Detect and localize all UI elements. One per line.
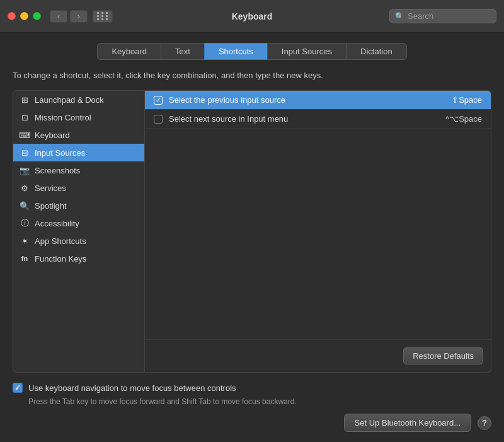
grid-icon [97,12,109,20]
sidebar-label-accessibility: Accessibility [35,219,79,228]
tabs: Keyboard Text Shortcuts Input Sources Di… [13,43,491,60]
main-content: Keyboard Text Shortcuts Input Sources Di… [0,33,504,442]
search-input[interactable] [408,11,491,21]
search-icon: 🔍 [395,12,404,21]
keyboard-nav-help: Press the Tab key to move focus forward … [28,397,491,407]
shortcut-key-next-input: ^⌥Space [445,114,482,124]
sidebar-item-launchpad[interactable]: ⊞ Launchpad & Dock [13,91,144,108]
forward-button[interactable]: › [70,10,88,23]
footer: Set Up Bluetooth Keyboard... ? [13,407,491,434]
description-text: To change a shortcut, select it, click t… [13,70,491,81]
shortcut-label-prev-input: Select the previous input source [169,95,452,105]
tab-shortcuts[interactable]: Shortcuts [204,43,267,60]
sidebar-label-function-keys: Function Keys [35,254,86,264]
tab-text[interactable]: Text [161,43,204,60]
keyboard-nav-checkbox[interactable] [13,383,23,393]
help-button[interactable]: ? [478,416,491,430]
sidebar-label-mission-control: Mission Control [35,113,91,122]
sidebar-label-launchpad: Launchpad & Dock [35,95,104,105]
sidebar-item-function-keys[interactable]: fn Function Keys [13,250,144,267]
close-button[interactable] [8,12,16,20]
sidebar-item-input-sources[interactable]: ⊟ Input Sources [13,144,144,161]
restore-defaults-button[interactable]: Restore Defaults [403,347,483,364]
tab-input-sources[interactable]: Input Sources [267,43,346,60]
main-panel: Select the previous input source ⇧Space … [145,90,491,373]
sidebar-item-mission-control[interactable]: ⊡ Mission Control [13,108,144,126]
screenshots-icon: 📷 [20,165,30,175]
spotlight-icon: 🔍 [20,201,30,211]
keyboard-nav-row: Use keyboard navigation to move focus be… [13,383,491,393]
content-area: ⊞ Launchpad & Dock ⊡ Mission Control ⌨ K… [13,90,491,373]
sidebar-label-screenshots: Screenshots [35,166,80,175]
sidebar-label-keyboard: Keyboard [35,131,70,140]
shortcut-checkbox-next-input[interactable] [154,115,163,124]
app-shortcuts-icon: ✶ [20,236,30,246]
sidebar-item-keyboard[interactable]: ⌨ Keyboard [13,126,144,144]
sidebar-item-spotlight[interactable]: 🔍 Spotlight [13,197,144,214]
back-button[interactable]: ‹ [50,10,67,23]
sidebar-label-app-shortcuts: App Shortcuts [35,236,86,246]
sidebar-item-services[interactable]: ⚙ Services [13,179,144,197]
keyboard-nav-label: Use keyboard navigation to move focus be… [28,383,236,393]
shortcut-row-prev-input[interactable]: Select the previous input source ⇧Space [145,91,491,110]
restore-area: Restore Defaults [145,339,491,372]
traffic-lights [8,12,41,20]
function-keys-icon: fn [20,253,30,264]
search-box[interactable]: 🔍 [389,9,496,23]
services-icon: ⚙ [20,183,30,193]
sidebar-item-screenshots[interactable]: 📷 Screenshots [13,161,144,179]
accessibility-icon: ⓘ [20,218,30,228]
shortcut-key-prev-input: ⇧Space [452,95,482,105]
input-sources-icon: ⊟ [20,148,30,158]
sidebar: ⊞ Launchpad & Dock ⊡ Mission Control ⌨ K… [13,90,145,373]
titlebar: ‹ › Keyboard 🔍 [0,0,504,33]
sidebar-item-accessibility[interactable]: ⓘ Accessibility [13,214,144,232]
bottom-section: Use keyboard navigation to move focus be… [13,383,491,407]
tab-keyboard[interactable]: Keyboard [97,43,161,60]
launchpad-icon: ⊞ [20,95,30,105]
mission-control-icon: ⊡ [20,112,30,122]
maximize-button[interactable] [33,12,41,20]
tab-dictation[interactable]: Dictation [346,43,407,60]
sidebar-item-app-shortcuts[interactable]: ✶ App Shortcuts [13,232,144,250]
shortcut-checkbox-prev-input[interactable] [154,96,163,105]
sidebar-label-services: Services [35,183,66,193]
shortcut-label-next-input: Select next source in Input menu [169,114,445,124]
bluetooth-keyboard-button[interactable]: Set Up Bluetooth Keyboard... [344,414,471,432]
grid-button[interactable] [93,10,113,23]
nav-buttons: ‹ › [50,10,88,23]
minimize-button[interactable] [20,12,28,20]
window-title: Keyboard [232,11,273,21]
shortcut-row-next-input[interactable]: Select next source in Input menu ^⌥Space [145,110,491,129]
sidebar-label-spotlight: Spotlight [35,201,67,211]
shortcuts-table: Select the previous input source ⇧Space … [145,91,491,339]
sidebar-label-input-sources: Input Sources [35,148,85,158]
keyboard-icon: ⌨ [20,130,30,140]
